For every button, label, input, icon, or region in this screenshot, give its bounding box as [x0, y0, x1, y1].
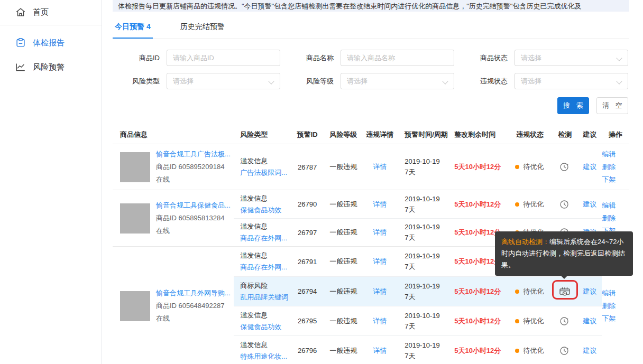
filter-row-1: 商品ID 商品名称 商品状态 请选择 — [126, 50, 629, 66]
product-group: 愉音合规工具广告法极... 商品ID 605895209184 在线 滥发信息 … — [113, 144, 629, 190]
risk-category: 滥发信息 — [240, 339, 268, 351]
remaining-time: 5天10小时12分 — [454, 287, 501, 296]
realtime-detect-clock-icon[interactable] — [559, 315, 571, 327]
header-risk-type: 风险类型 — [234, 126, 289, 144]
clear-button[interactable]: 清 空 — [596, 97, 628, 114]
violation-status-select[interactable]: 请选择 — [515, 73, 628, 89]
search-button[interactable]: 搜 索 — [557, 97, 589, 114]
tab-active-underline — [113, 38, 153, 39]
tab-history-warnings[interactable]: 历史完结预警 — [178, 18, 227, 39]
product-status-select[interactable]: 请选择 — [515, 50, 628, 66]
header-product-info: 商品信息 — [113, 126, 234, 144]
warning-date: 2019-10-19 — [405, 340, 440, 351]
sidebar-item-health-report[interactable]: 体检报告 — [0, 31, 102, 55]
realtime-detect-clock-icon[interactable] — [559, 199, 571, 210]
sidebar-divider — [0, 25, 102, 25]
header-violation-status: 违规状态 — [510, 126, 552, 144]
risk-type-select[interactable]: 请选择 — [167, 73, 280, 89]
sidebar-item-home[interactable]: 首页 — [0, 0, 102, 24]
risk-detail-link[interactable]: 广告法极限词... — [240, 167, 287, 179]
detail-link[interactable]: 详情 — [373, 228, 387, 237]
risk-level: 一般违规 — [325, 346, 361, 356]
product-status-text: 在线 — [156, 312, 231, 325]
select-placeholder: 请选择 — [173, 77, 194, 86]
home-icon — [15, 6, 26, 18]
product-title-link[interactable]: 愉音合规工具保健食品... — [156, 199, 231, 212]
detail-link[interactable]: 详情 — [373, 346, 387, 356]
detail-link[interactable]: 详情 — [373, 257, 387, 266]
product-name-input-wrap — [341, 50, 454, 66]
warning-row: 滥发信息 广告法极限词... 26787 一般违规 详情 2019-10-19 … — [234, 144, 602, 190]
header-detect: 检测 — [552, 126, 577, 144]
sidebar-item-risk-warning[interactable]: 风险预警 — [0, 55, 102, 79]
warning-row: 滥发信息 保健食品功效 26790 一般违规 详情 2019-10-19 7天 … — [234, 190, 602, 218]
warning-date: 2019-10-19 — [405, 156, 440, 167]
product-title-link[interactable]: 愉音合规工具广告法极... — [156, 148, 231, 161]
status-text: 待优化 — [523, 287, 544, 296]
warning-date: 2019-10-19 — [405, 222, 440, 232]
op-delete-link[interactable]: 删除 — [602, 212, 629, 225]
detail-link[interactable]: 详情 — [373, 287, 387, 296]
line-chart-icon — [15, 61, 26, 73]
remaining-time: 5天10小时12分 — [454, 162, 501, 172]
risk-detail-link[interactable]: 商品存在外网... — [240, 232, 287, 244]
filter-actions: 搜 索 清 空 — [113, 97, 629, 114]
detail-link[interactable]: 详情 — [373, 316, 387, 326]
tab-today-warnings[interactable]: 今日预警4 — [113, 18, 153, 39]
tooltip-arrow — [561, 275, 568, 279]
product-id-input-wrap — [167, 50, 280, 66]
op-edit-link[interactable]: 编辑 — [602, 199, 629, 212]
product-name-input[interactable] — [347, 54, 448, 62]
table-header: 商品信息 风险类型 预警ID 风险等级 违规详情 预警时间/周期 整改剩余时间 … — [113, 126, 629, 144]
op-edit-link[interactable]: 编辑 — [602, 287, 629, 300]
op-offshelf-link[interactable]: 下架 — [602, 312, 629, 325]
info-banner: 体检报告每日更新店铺商品的违规情况。"今日预警"包含您店铺检测出需要在整改结束时… — [113, 0, 629, 12]
tab-count-badge: 4 — [146, 22, 151, 31]
realtime-detect-clock-icon[interactable] — [559, 161, 571, 173]
sidebar-item-label: 风险预警 — [33, 62, 65, 72]
status-text: 待优化 — [523, 316, 544, 326]
risk-detail-link[interactable]: 保健食品功效 — [240, 321, 281, 333]
operations-cell: 编辑 删除 下架 — [602, 144, 629, 190]
advice-link[interactable]: 建议 — [583, 346, 596, 356]
status-dot — [515, 290, 519, 294]
filter-form: 商品ID 商品名称 商品状态 请选择 — [113, 39, 629, 89]
op-delete-link[interactable]: 删除 — [602, 300, 629, 312]
op-offshelf-link[interactable]: 下架 — [602, 173, 629, 186]
product-cell: 愉音合规工具广告法极... 商品ID 605895209184 在线 — [113, 144, 234, 190]
advice-link[interactable]: 建议 — [583, 316, 596, 326]
sidebar: 首页 体检报告 风险预警 — [0, 0, 102, 364]
risk-detail-link[interactable]: 乱用品牌关键词 — [240, 292, 288, 303]
chevron-down-icon — [268, 78, 274, 84]
op-edit-link[interactable]: 编辑 — [602, 148, 629, 161]
warning-cycle: 7天 — [405, 204, 415, 215]
detail-link[interactable]: 详情 — [373, 200, 387, 209]
risk-detail-link[interactable]: 保健食品功效 — [240, 204, 281, 216]
risk-category: 滥发信息 — [240, 310, 268, 321]
warning-cycle: 7天 — [405, 232, 415, 243]
offline-detect-calendar-icon[interactable] — [558, 286, 571, 297]
sidebar-item-label: 体检报告 — [33, 38, 65, 48]
header-remaining-time: 整改剩余时间 — [454, 126, 510, 144]
remaining-time: 5天10小时12分 — [454, 346, 501, 356]
risk-detail-link[interactable]: 特殊用途化妆... — [240, 351, 287, 362]
risk-level-select[interactable]: 请选择 — [341, 73, 454, 89]
filter-label: 商品名称 — [300, 53, 334, 63]
tooltip-title: 离线自动检测： — [501, 238, 549, 246]
op-delete-link[interactable]: 删除 — [602, 161, 629, 173]
detail-link[interactable]: 详情 — [373, 162, 387, 172]
status-text: 待优化 — [523, 162, 544, 172]
warning-id: 26797 — [289, 229, 325, 237]
product-cell: 愉音合规工具外网导购... 商品ID 605648492287 在线 — [113, 247, 234, 364]
product-id-text: 商品ID 605648492287 — [156, 300, 231, 312]
product-title-link[interactable]: 愉音合规工具外网导购... — [156, 287, 231, 300]
advice-link[interactable]: 建议 — [583, 162, 596, 172]
advice-link[interactable]: 建议 — [583, 287, 596, 296]
advice-link[interactable]: 建议 — [583, 200, 596, 209]
select-placeholder: 请选择 — [347, 77, 368, 86]
warning-cycle: 7天 — [405, 292, 415, 302]
risk-detail-link[interactable]: 商品存在外网... — [240, 262, 287, 273]
warning-id: 26787 — [289, 163, 325, 171]
product-id-input[interactable] — [173, 54, 274, 62]
realtime-detect-clock-icon[interactable] — [559, 345, 571, 357]
